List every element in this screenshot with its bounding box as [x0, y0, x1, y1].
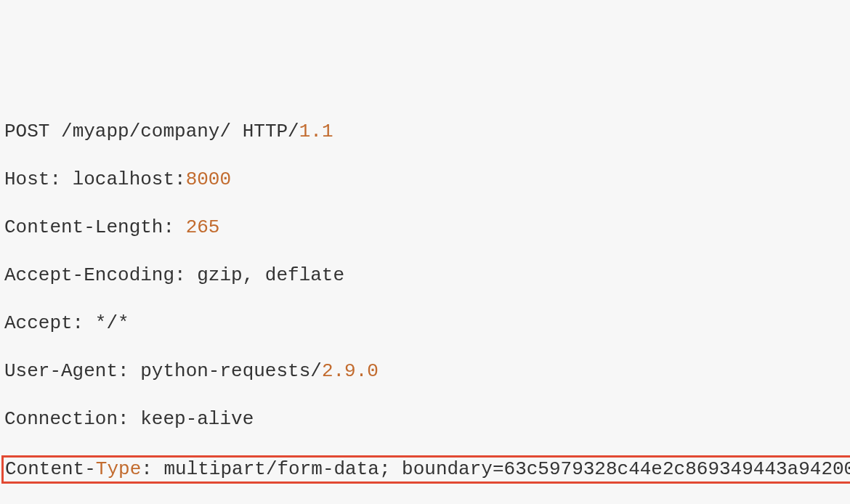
content-type-value: : multipart/form-data; boundary=63c59793… — [141, 458, 850, 480]
host-header: Host: localhost:8000 — [4, 168, 846, 192]
connection-header: Connection: keep-alive — [4, 407, 846, 431]
user-agent-header: User-Agent: python-requests/2.9.0 — [4, 359, 846, 383]
content-length-header: Content-Length: 265 — [4, 216, 846, 240]
request-path: /myapp/company/ — [61, 121, 231, 142]
http-method: POST — [4, 121, 49, 142]
user-agent-version: 2.9.0 — [322, 360, 379, 382]
host-value: localhost: — [73, 168, 186, 190]
accept-header: Accept: */* — [4, 312, 846, 336]
content-length-label: Content-Length: — [4, 216, 186, 238]
accept-encoding-header: Accept-Encoding: gzip, deflate — [4, 264, 846, 288]
protocol-prefix: HTTP/ — [243, 121, 299, 142]
content-length-value: 265 — [186, 216, 220, 238]
host-port: 8000 — [186, 168, 231, 190]
user-agent-label: User-Agent: python-requests/ — [4, 360, 322, 382]
content-type-prefix: Content- — [5, 458, 96, 480]
highlight-box: Content-Type: multipart/form-data; bound… — [1, 455, 850, 484]
protocol-version: 1.1 — [299, 121, 333, 142]
host-label: Host: — [4, 168, 73, 190]
request-line: POST /myapp/company/ HTTP/1.1 — [4, 120, 846, 144]
content-type-keyword: Type — [96, 458, 141, 480]
http-request-code: POST /myapp/company/ HTTP/1.1 Host: loca… — [4, 96, 846, 504]
content-type-highlight: Content-Type: multipart/form-data; bound… — [4, 455, 846, 484]
